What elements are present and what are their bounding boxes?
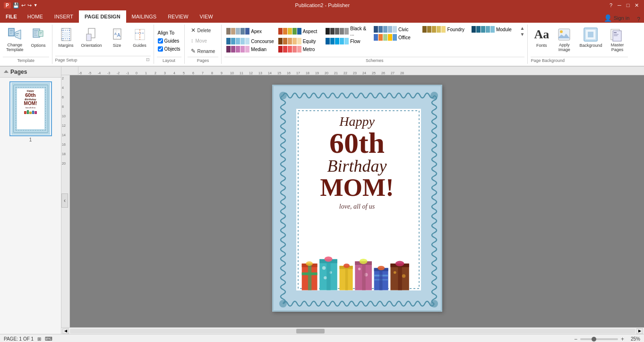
delete-button[interactable]: ✕ Delete [188,26,215,35]
tab-page-design[interactable]: PAGE DESIGN [79,10,126,23]
guides-checkbox[interactable] [158,38,163,44]
scheme-concourse[interactable]: Concourse [224,37,275,45]
delete-icon: ✕ [191,27,196,34]
ruler-mark: 9 [220,71,230,75]
apply-image-button[interactable]: ApplyImage [553,26,575,54]
pages-collapse-arrow[interactable] [4,70,9,73]
keyboard-icon: ⌨ [45,336,52,342]
customize-icon[interactable]: ▼ [34,3,38,8]
ruler-mark: 4 [173,71,182,75]
move-button[interactable]: ↕ Move [188,36,210,45]
panel-toggle[interactable]: ‹ [61,193,68,208]
horizontal-scrollbar[interactable]: ◀ ▶ [61,327,644,334]
change-template-button[interactable]: ChangeTemplate [3,26,27,54]
maximize-button[interactable]: □ [624,1,632,9]
page-1-number: 1 [29,137,32,142]
zoom-in-button[interactable]: + [621,336,624,342]
scheme-metro-label: Metro [303,47,315,52]
scheme-concourse-colors [226,38,249,44]
align-to-item[interactable]: Align To [157,30,175,36]
scheme-black-colors [326,28,349,35]
scheme-office[interactable]: Office [372,34,421,41]
scheme-civic[interactable]: Civic [372,26,421,33]
margins-button[interactable]: Margins [55,26,77,49]
help-icon[interactable]: ? [607,1,615,9]
zoom-slider[interactable] [580,338,618,340]
tab-insert[interactable]: INSERT [49,10,79,23]
quick-access-toolbar[interactable]: P 💾 ↩ ↪ ▼ [4,2,38,9]
tab-file[interactable]: FILE [1,10,22,23]
signin-area[interactable]: 👤 Sign in [600,13,634,23]
undo-icon[interactable]: ↩ [21,2,26,9]
fonts-button[interactable]: Aa Fonts [531,26,552,49]
schemes-scroll[interactable]: ▲ ▼ [520,26,524,37]
background-button[interactable]: Background [576,26,605,49]
redo-icon[interactable]: ↪ [27,2,32,9]
horizontal-ruler: -6 -5 -4 -3 -2 -1 0 1 2 3 4 5 6 7 8 9 10… [61,67,644,75]
svg-rect-31 [558,29,570,40]
guides-button[interactable]: Guides [129,26,151,49]
ruler-mark: -4 [97,71,107,75]
scrollbar-track[interactable] [70,329,635,333]
scheme-apex-label: Apex [251,29,262,34]
scheme-equity-label: Equity [303,39,316,44]
svg-point-58 [324,276,327,280]
scheme-median[interactable]: Median [224,45,275,53]
ruler-v-mark: 4 [61,86,69,95]
ruler-canvas-container: 2 4 6 8 10 12 14 16 18 20 [61,75,644,327]
page-1-container[interactable]: Happy 60th Birthday MOM! love all of us [9,81,52,142]
tab-view[interactable]: VIEW [194,10,219,23]
birthday-card[interactable]: Happy 60th Birthday MOM! love, all of us [272,85,442,312]
page-setup-expand-icon[interactable]: ⊡ [145,57,151,63]
scheme-module[interactable]: Module [470,26,518,33]
objects-check-item[interactable]: Objects [157,46,181,52]
scheme-apex[interactable]: Apex [224,26,275,37]
ruler-mark: 8 [211,71,220,75]
options-button[interactable]: Options [28,26,49,49]
scheme-flow-colors [326,38,349,44]
page-background-group-label: Page Background [531,57,628,63]
objects-checkbox[interactable] [158,46,163,52]
thumb-line4: MOM! [24,101,37,106]
scheme-aspect[interactable]: Aspect [276,26,324,37]
guides-check-item[interactable]: Guides [157,38,180,44]
svg-rect-40 [614,35,618,36]
schemes-group-label: Schemes [224,57,524,63]
ruler-mark: 12 [249,71,258,75]
tab-home[interactable]: HOME [22,10,49,23]
thumb-subtitle: love all of us [26,107,35,109]
ruler-mark: 20 [324,71,334,75]
thumb-line2: 60th [25,93,36,98]
card-line2: 60th [329,129,385,157]
master-pages-button[interactable]: MasterPages [606,26,628,54]
scheme-equity[interactable]: Equity [276,37,324,45]
tab-review[interactable]: REVIEW [162,10,194,23]
scrollbar-thumb[interactable] [296,329,325,333]
tab-mailings[interactable]: MAILINGS [126,10,163,23]
orientation-label: Orientation [81,43,102,48]
close-button[interactable]: ✕ [633,1,640,9]
scheme-black[interactable]: Black & ... [324,26,371,37]
svg-rect-2 [10,32,13,32]
svg-rect-63 [345,266,348,290]
orientation-button[interactable]: Orientation [78,26,105,49]
zoom-thumb[interactable] [592,337,596,342]
svg-text:A: A [117,33,120,38]
rename-button[interactable]: ✎ Rename [188,46,219,56]
ruler-mark: 2 [154,71,163,75]
save-icon[interactable]: 💾 [13,2,19,9]
scroll-left-button[interactable]: ◀ [62,328,69,334]
page-1-thumb[interactable]: Happy 60th Birthday MOM! love all of us [9,81,52,136]
ruler-mark: -6 [78,71,88,75]
ruler-mark: 11 [239,71,249,75]
scheme-median-colors [226,46,249,53]
ruler-mark: -3 [107,71,116,75]
scroll-right-button[interactable]: ▶ [636,328,643,334]
scheme-foundry[interactable]: Foundry [421,26,469,33]
scheme-flow[interactable]: Flow [324,37,371,45]
minimize-button[interactable]: ─ [616,1,623,9]
size-button[interactable]: A A Size [106,26,128,49]
zoom-out-button[interactable]: − [574,336,577,342]
help-ribbon-icon[interactable]: ? [633,16,644,23]
scheme-metro[interactable]: Metro [276,45,324,53]
